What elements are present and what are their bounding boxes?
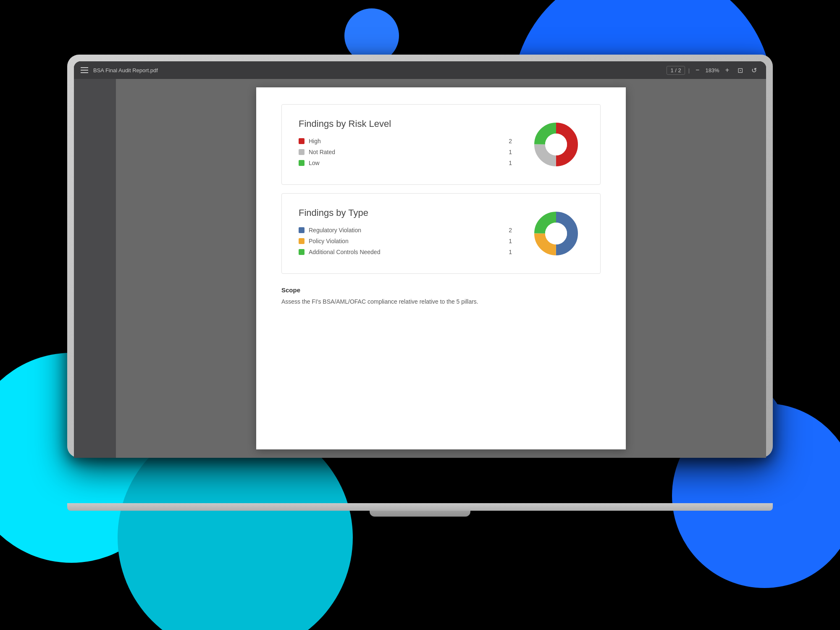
legend-item-low: Low 1 [299, 160, 512, 166]
legend-item-regulatory: Regulatory Violation 2 [299, 227, 512, 234]
legend-value-regulatory: 2 [504, 227, 512, 234]
scope-section: Scope Assess the FI's BSA/AML/OFAC compl… [281, 282, 601, 310]
laptop-hinge [370, 511, 470, 517]
legend-item-policy: Policy Violation 1 [299, 238, 512, 244]
legend-color-controls [299, 249, 304, 255]
legend-color-policy [299, 238, 304, 244]
risk-level-title: Findings by Risk Level [299, 118, 512, 129]
type-legend: Findings by Type Regulatory Violation 2 … [299, 207, 512, 260]
laptop-screen: BSA Final Audit Report.pdf 1 / 2 | − 183… [74, 61, 766, 458]
scope-text: Assess the FI's BSA/AML/OFAC compliance … [281, 297, 601, 306]
laptop-bezel: BSA Final Audit Report.pdf 1 / 2 | − 183… [67, 55, 773, 458]
scope-title: Scope [281, 286, 601, 294]
type-title: Findings by Type [299, 207, 512, 218]
legend-value-not-rated: 1 [504, 149, 512, 155]
legend-value-controls: 1 [504, 249, 512, 255]
legend-label-policy: Policy Violation [309, 238, 499, 244]
legend-item-controls: Additional Controls Needed 1 [299, 249, 512, 255]
pdf-toolbar: BSA Final Audit Report.pdf 1 / 2 | − 183… [74, 61, 766, 79]
risk-donut-svg [529, 117, 583, 172]
zoom-out-button[interactable]: − [693, 66, 702, 75]
legend-label-high: High [309, 138, 499, 144]
legend-color-not-rated [299, 149, 304, 155]
svg-point-4 [545, 134, 567, 155]
risk-level-donut [529, 117, 583, 172]
laptop: BSA Final Audit Report.pdf 1 / 2 | − 183… [67, 55, 773, 517]
fit-page-button[interactable]: ⊡ [735, 66, 746, 75]
svg-point-9 [545, 223, 567, 244]
legend-color-low [299, 160, 304, 166]
pdf-zoom: 183% [705, 67, 719, 74]
legend-label-controls: Additional Controls Needed [309, 249, 499, 255]
pdf-content: Findings by Risk Level High 2 Not Rated [74, 79, 766, 458]
laptop-base [67, 503, 773, 517]
pdf-filename: BSA Final Audit Report.pdf [93, 67, 662, 74]
pdf-page-info[interactable]: 1 / 2 [667, 66, 685, 75]
pdf-document: Findings by Risk Level High 2 Not Rated [256, 87, 626, 449]
legend-item-high: High 2 [299, 138, 512, 144]
legend-color-high [299, 138, 304, 144]
pdf-page[interactable]: Findings by Risk Level High 2 Not Rated [116, 79, 766, 458]
risk-level-section: Findings by Risk Level High 2 Not Rated [281, 104, 601, 185]
type-donut-svg [529, 206, 583, 261]
laptop-base-body [67, 503, 773, 511]
pdf-sidebar [74, 79, 116, 458]
legend-value-policy: 1 [504, 238, 512, 244]
rotate-button[interactable]: ↺ [749, 66, 759, 75]
risk-level-legend: Findings by Risk Level High 2 Not Rated [299, 118, 512, 171]
legend-item-not-rated: Not Rated 1 [299, 149, 512, 155]
zoom-in-button[interactable]: + [723, 66, 732, 75]
legend-value-low: 1 [504, 160, 512, 166]
laptop-body: BSA Final Audit Report.pdf 1 / 2 | − 183… [67, 55, 773, 458]
legend-label-low: Low [309, 160, 499, 166]
legend-value-high: 2 [504, 138, 512, 144]
type-section: Findings by Type Regulatory Violation 2 … [281, 193, 601, 274]
pdf-toolbar-center: 1 / 2 | − 183% + ⊡ ↺ [667, 66, 759, 75]
legend-label-regulatory: Regulatory Violation [309, 227, 499, 234]
legend-color-regulatory [299, 227, 304, 233]
legend-label-not-rated: Not Rated [309, 149, 499, 155]
hamburger-menu[interactable] [81, 67, 88, 73]
type-donut [529, 206, 583, 261]
pdf-separator: | [688, 67, 690, 74]
